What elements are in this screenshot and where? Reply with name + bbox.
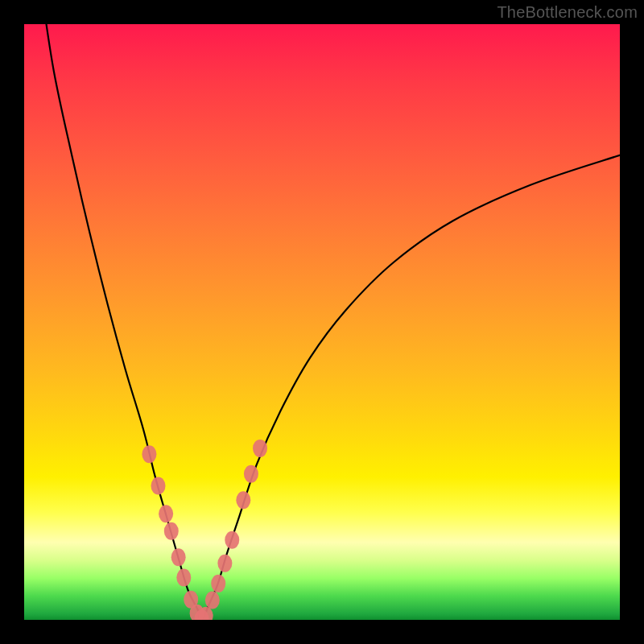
watermark-text: TheBottleneck.com bbox=[497, 3, 638, 22]
marker-point bbox=[211, 575, 225, 592]
marker-point bbox=[253, 440, 267, 457]
marker-point bbox=[151, 477, 166, 495]
curve-left bbox=[42, 24, 203, 620]
markers-left bbox=[142, 445, 208, 620]
marker-point bbox=[217, 555, 232, 572]
marker-point bbox=[171, 548, 186, 566]
marker-point bbox=[159, 505, 173, 522]
plot-area bbox=[24, 24, 620, 620]
marker-point bbox=[225, 531, 239, 549]
marker-point bbox=[164, 522, 179, 540]
curve-right bbox=[203, 155, 620, 620]
marker-point bbox=[205, 592, 220, 609]
marker-point bbox=[236, 491, 250, 509]
marker-point bbox=[244, 465, 258, 483]
marker-point bbox=[176, 568, 191, 586]
markers-right bbox=[199, 440, 267, 620]
bottleneck-curve-chart bbox=[24, 24, 620, 620]
chart-frame: TheBottleneck.com bbox=[0, 0, 644, 644]
marker-point bbox=[142, 445, 156, 463]
